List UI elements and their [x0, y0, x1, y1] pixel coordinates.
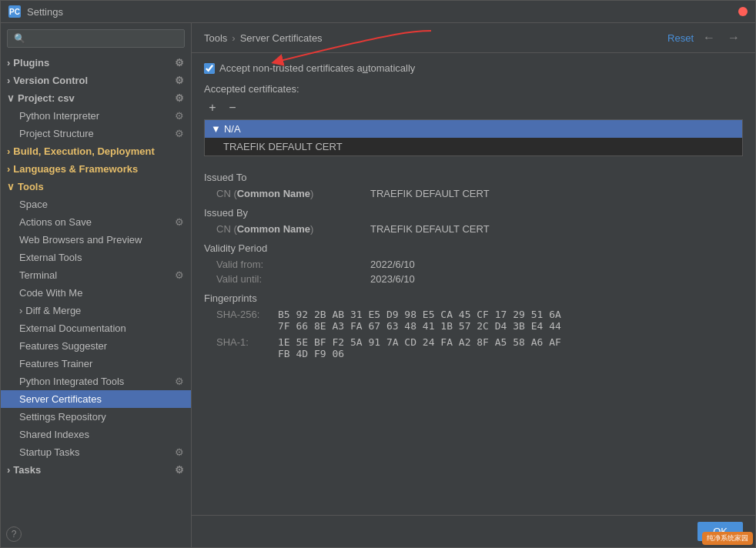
issued-to-title: Issued To	[204, 172, 743, 183]
sidebar-item-plugins[interactable]: Plugins ⚙	[1, 54, 191, 72]
feat-sug-label: Features Suggester	[19, 340, 107, 352]
checkbox-row: Accept non-trusted certificates automati…	[204, 62, 743, 74]
sidebar-item-languages[interactable]: Languages & Frameworks	[1, 160, 191, 178]
cert-na-label: N/A	[224, 123, 241, 135]
breadcrumb: Tools › Server Certificates	[204, 32, 323, 44]
sidebar-item-code-with-me[interactable]: Code With Me	[1, 284, 191, 302]
cert-list-item-traefik[interactable]: TRAEFIK DEFAULT CERT	[205, 138, 742, 155]
sidebar-item-tasks[interactable]: Tasks ⚙	[1, 461, 191, 479]
breadcrumb-root: Tools	[204, 32, 227, 44]
main-header: Tools › Server Certificates Reset ← →	[192, 23, 755, 53]
valid-from-val: 2022/6/10	[370, 259, 415, 270]
issued-by-section: Issued By CN (Common Name) TRAEFIK DEFAU…	[204, 207, 743, 235]
accept-certs-label: Accept non-trusted certificates automati…	[219, 62, 415, 74]
validity-title: Validity Period	[204, 242, 743, 254]
sha256-row: SHA-256: B5 92 2B AB 31 E5 D9 98 E5 CA 4…	[204, 309, 743, 332]
issued-by-cn-val: TRAEFIK DEFAULT CERT	[370, 223, 490, 235]
fingerprints-title: Fingerprints	[204, 292, 743, 304]
issued-by-cn-row: CN (Common Name) TRAEFIK DEFAULT CERT	[204, 223, 743, 235]
gear-icon: ⚙	[174, 93, 185, 104]
sidebar-items: Plugins ⚙ Version Control ⚙ Project: csv…	[1, 54, 191, 547]
validity-section: Validity Period Valid from: 2022/6/10 Va…	[204, 242, 743, 285]
vc-label: Version Control	[13, 75, 88, 86]
sidebar-item-external-docs[interactable]: External Documentation	[1, 319, 191, 337]
sidebar-item-server-certificates[interactable]: Server Certificates	[1, 390, 191, 408]
search-box	[1, 23, 191, 54]
gear-icon: ⚙	[174, 217, 185, 228]
sidebar-item-project[interactable]: Project: csv ⚙	[1, 89, 191, 107]
sha1-row: SHA-1: 1E 5E BF F2 5A 91 7A CD 24 FA A2 …	[204, 336, 743, 359]
py-interp-label: Python Interpreter	[19, 110, 99, 122]
sidebar-item-space[interactable]: Space	[1, 195, 191, 213]
languages-label: Languages & Frameworks	[13, 163, 138, 175]
add-cert-button[interactable]: +	[204, 99, 221, 116]
breadcrumb-separator: ›	[232, 32, 235, 44]
sidebar-item-python-interpreter[interactable]: Python Interpreter ⚙	[1, 107, 191, 125]
issued-to-cn-key: CN (Common Name)	[216, 188, 370, 199]
forward-button[interactable]: →	[724, 31, 743, 45]
sha1-val: 1E 5E BF F2 5A 91 7A CD 24 FA A2 8F A5 5…	[278, 336, 561, 359]
issued-by-cn-key: CN (Common Name)	[216, 223, 370, 235]
sha256-key: SHA-256:	[216, 309, 278, 332]
remove-cert-button[interactable]: −	[224, 99, 241, 116]
window-title: Settings	[27, 6, 738, 18]
plugins-label: Plugins	[13, 57, 49, 68]
gear-icon: ⚙	[174, 376, 185, 387]
sidebar-item-python-integrated[interactable]: Python Integrated Tools ⚙	[1, 373, 191, 390]
reset-button[interactable]: Reset	[667, 32, 694, 44]
code-with-me-label: Code With Me	[19, 287, 82, 299]
actions-label: Actions on Save	[19, 216, 92, 228]
breadcrumb-current: Server Certificates	[240, 32, 323, 44]
settings-repo-label: Settings Repository	[19, 411, 106, 423]
back-button[interactable]: ←	[700, 31, 718, 45]
gear-icon: ⚙	[174, 465, 185, 476]
gear-icon: ⚙	[174, 111, 185, 122]
sidebar-item-web-browsers[interactable]: Web Browsers and Preview	[1, 231, 191, 249]
close-button[interactable]	[738, 7, 748, 16]
sidebar-item-features-suggester[interactable]: Features Suggester	[1, 337, 191, 355]
space-label: Space	[19, 199, 48, 210]
terminal-label: Terminal	[19, 269, 57, 281]
startup-label: Startup Tasks	[19, 446, 80, 458]
sidebar-item-tools[interactable]: Tools	[1, 178, 191, 195]
valid-until-row: Valid until: 2023/6/10	[204, 273, 743, 285]
help-button[interactable]: ?	[6, 526, 22, 542]
sidebar-item-version-control[interactable]: Version Control ⚙	[1, 72, 191, 89]
sha1-key: SHA-1:	[216, 336, 278, 359]
sidebar-item-build-exec[interactable]: Build, Execution, Deployment	[1, 142, 191, 160]
accept-certs-checkbox[interactable]	[204, 63, 215, 74]
gear-icon: ⚙	[174, 58, 185, 68]
sidebar-item-actions-on-save[interactable]: Actions on Save ⚙	[1, 213, 191, 231]
diff-merge-label: Diff & Merge	[25, 305, 81, 316]
search-input[interactable]	[7, 29, 185, 48]
cert-list: ▼ N/A TRAEFIK DEFAULT CERT	[204, 119, 743, 156]
main-content: Accept non-trusted certificates automati…	[192, 53, 755, 515]
sidebar-item-diff-merge[interactable]: Diff & Merge	[1, 302, 191, 319]
tasks-label: Tasks	[13, 464, 41, 476]
window-controls	[738, 7, 748, 16]
issued-to-cn-row: CN (Common Name) TRAEFIK DEFAULT CERT	[204, 188, 743, 199]
shared-idx-label: Shared Indexes	[19, 429, 89, 440]
sha256-val: B5 92 2B AB 31 E5 D9 98 E5 CA 45 CF 17 2…	[278, 309, 561, 332]
cert-toolbar: + −	[204, 99, 743, 116]
py-int-label: Python Integrated Tools	[19, 376, 124, 387]
cert-list-item-na[interactable]: ▼ N/A	[205, 120, 742, 138]
build-exec-label: Build, Execution, Deployment	[13, 145, 154, 157]
valid-until-val: 2023/6/10	[370, 273, 415, 285]
sidebar-item-startup-tasks[interactable]: Startup Tasks ⚙	[1, 443, 191, 461]
valid-until-key: Valid until:	[216, 273, 370, 285]
tools-label: Tools	[18, 181, 44, 192]
sidebar-item-external-tools[interactable]: External Tools	[1, 249, 191, 266]
proj-struct-label: Project Structure	[19, 128, 94, 139]
sidebar: Plugins ⚙ Version Control ⚙ Project: csv…	[1, 23, 192, 547]
sidebar-item-features-trainer[interactable]: Features Trainer	[1, 355, 191, 373]
sidebar-item-project-structure[interactable]: Project Structure ⚙	[1, 125, 191, 142]
sidebar-item-terminal[interactable]: Terminal ⚙	[1, 266, 191, 284]
fingerprints-section: Fingerprints SHA-256: B5 92 2B AB 31 E5 …	[204, 292, 743, 359]
feat-train-label: Features Trainer	[19, 358, 92, 369]
sidebar-item-shared-indexes[interactable]: Shared Indexes	[1, 426, 191, 443]
cert-expand-icon: ▼	[211, 123, 221, 135]
project-label: Project: csv	[18, 92, 75, 104]
cert-traefik-label: TRAEFIK DEFAULT CERT	[223, 141, 343, 152]
sidebar-item-settings-repository[interactable]: Settings Repository	[1, 408, 191, 426]
